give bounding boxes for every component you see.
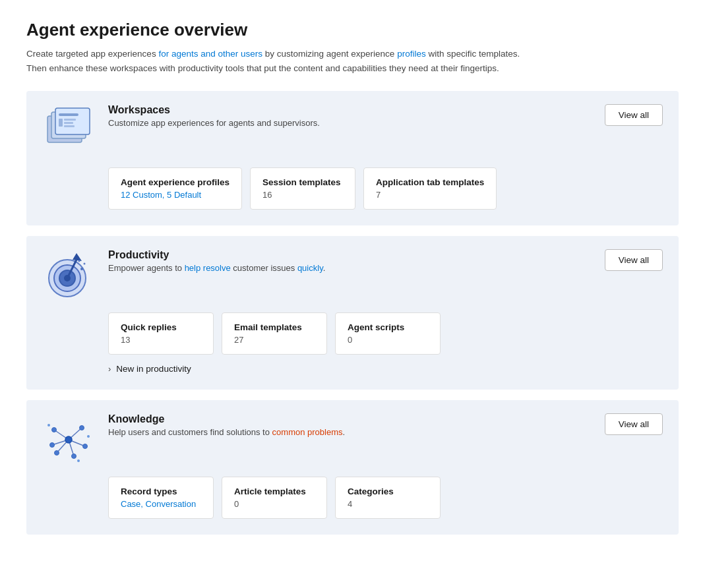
knowledge-section: Knowledge Help users and customers find … xyxy=(26,400,679,535)
svg-point-26 xyxy=(83,444,88,449)
knowledge-title: Knowledge xyxy=(108,413,345,425)
desc-link-profiles[interactable]: profiles xyxy=(397,49,426,59)
page-container: Agent experience overview Create targete… xyxy=(0,0,705,588)
workspaces-subtitle: Customize app experiences for agents and… xyxy=(108,118,320,128)
workspaces-cards-row: Agent experience profiles 12 Custom, 5 D… xyxy=(108,167,663,210)
svg-point-16 xyxy=(78,260,80,262)
svg-point-28 xyxy=(55,451,59,456)
agent-scripts-label: Agent scripts xyxy=(348,322,428,332)
application-tab-templates-label: Application tab templates xyxy=(376,177,484,187)
productivity-section: Productivity Empower agents to help reso… xyxy=(26,236,679,390)
productivity-title-block: Productivity Empower agents to help reso… xyxy=(108,249,325,273)
page-title: Agent experience overview xyxy=(26,20,679,40)
agent-scripts-card[interactable]: Agent scripts 0 xyxy=(335,312,441,355)
productivity-subtitle-link2[interactable]: quickly xyxy=(297,263,323,273)
agent-experience-profiles-label: Agent experience profiles xyxy=(121,177,230,187)
workspaces-section: Workspaces Customize app experiences for… xyxy=(26,91,679,225)
knowledge-left: Knowledge Help users and customers find … xyxy=(42,413,345,466)
svg-point-11 xyxy=(64,275,71,281)
productivity-header: Productivity Empower agents to help reso… xyxy=(42,249,663,302)
knowledge-title-block: Knowledge Help users and customers find … xyxy=(108,413,345,437)
svg-rect-5 xyxy=(64,119,76,121)
workspaces-view-all-button[interactable]: View all xyxy=(605,104,663,126)
svg-point-15 xyxy=(84,263,86,265)
svg-rect-6 xyxy=(64,122,73,124)
svg-point-14 xyxy=(80,268,83,270)
productivity-subtitle: Empower agents to help resolve customer … xyxy=(108,263,325,273)
quick-replies-value: 13 xyxy=(121,335,201,345)
workspaces-title-block: Workspaces Customize app experiences for… xyxy=(108,104,320,128)
article-templates-value: 0 xyxy=(234,499,315,509)
session-templates-label: Session templates xyxy=(262,177,343,187)
svg-rect-7 xyxy=(64,125,75,127)
productivity-subtitle-link1[interactable]: help resolve xyxy=(185,263,231,273)
workspaces-icon xyxy=(42,104,95,157)
desc-link-agents[interactable]: for agents and other users xyxy=(158,49,262,59)
productivity-title: Productivity xyxy=(108,249,325,261)
knowledge-icon xyxy=(42,413,95,466)
workspaces-title: Workspaces xyxy=(108,104,320,116)
knowledge-subtitle-link[interactable]: common problems xyxy=(272,427,343,437)
page-description: Create targeted app experiences for agen… xyxy=(26,47,528,75)
categories-value: 4 xyxy=(348,499,428,509)
svg-rect-4 xyxy=(59,119,63,127)
productivity-view-all-button[interactable]: View all xyxy=(605,249,663,271)
quick-replies-card[interactable]: Quick replies 13 xyxy=(108,312,214,355)
new-in-productivity-row[interactable]: › New in productivity xyxy=(108,364,663,374)
record-types-card[interactable]: Record types Case, Conversation xyxy=(108,477,214,519)
email-templates-card[interactable]: Email templates 27 xyxy=(222,312,327,355)
svg-rect-3 xyxy=(59,113,78,116)
productivity-left: Productivity Empower agents to help reso… xyxy=(42,249,325,302)
chevron-right-icon: › xyxy=(108,364,111,374)
application-tab-templates-value: 7 xyxy=(376,190,484,200)
record-types-value: Case, Conversation xyxy=(121,499,201,509)
svg-point-25 xyxy=(80,426,84,430)
svg-point-31 xyxy=(87,435,90,438)
session-templates-value: 16 xyxy=(262,190,343,200)
categories-label: Categories xyxy=(348,486,428,496)
productivity-icon xyxy=(42,249,95,302)
new-in-productivity-label: New in productivity xyxy=(116,364,191,374)
svg-marker-13 xyxy=(73,253,82,261)
svg-point-32 xyxy=(77,459,80,462)
svg-point-30 xyxy=(47,424,50,426)
knowledge-view-all-button[interactable]: View all xyxy=(605,413,663,435)
session-templates-card[interactable]: Session templates 16 xyxy=(250,167,355,210)
agent-scripts-value: 0 xyxy=(348,335,428,345)
agent-experience-profiles-value: 12 Custom, 5 Default xyxy=(121,190,230,200)
workspaces-header: Workspaces Customize app experiences for… xyxy=(42,104,663,157)
article-templates-card[interactable]: Article templates 0 xyxy=(222,477,327,519)
categories-card[interactable]: Categories 4 xyxy=(335,477,441,519)
knowledge-cards-row: Record types Case, Conversation Article … xyxy=(108,477,663,519)
record-types-label: Record types xyxy=(121,486,201,496)
knowledge-header: Knowledge Help users and customers find … xyxy=(42,413,663,466)
svg-point-24 xyxy=(52,428,57,432)
svg-point-29 xyxy=(50,443,55,448)
agent-experience-profiles-card[interactable]: Agent experience profiles 12 Custom, 5 D… xyxy=(108,167,242,210)
email-templates-value: 27 xyxy=(234,335,315,345)
quick-replies-label: Quick replies xyxy=(121,322,201,332)
article-templates-label: Article templates xyxy=(234,486,315,496)
email-templates-label: Email templates xyxy=(234,322,315,332)
svg-point-27 xyxy=(72,454,77,459)
productivity-cards-row: Quick replies 13 Email templates 27 Agen… xyxy=(108,312,663,355)
application-tab-templates-card[interactable]: Application tab templates 7 xyxy=(363,167,497,210)
knowledge-subtitle: Help users and customers find solutions … xyxy=(108,427,345,437)
svg-point-23 xyxy=(65,436,72,443)
workspaces-left: Workspaces Customize app experiences for… xyxy=(42,104,320,157)
